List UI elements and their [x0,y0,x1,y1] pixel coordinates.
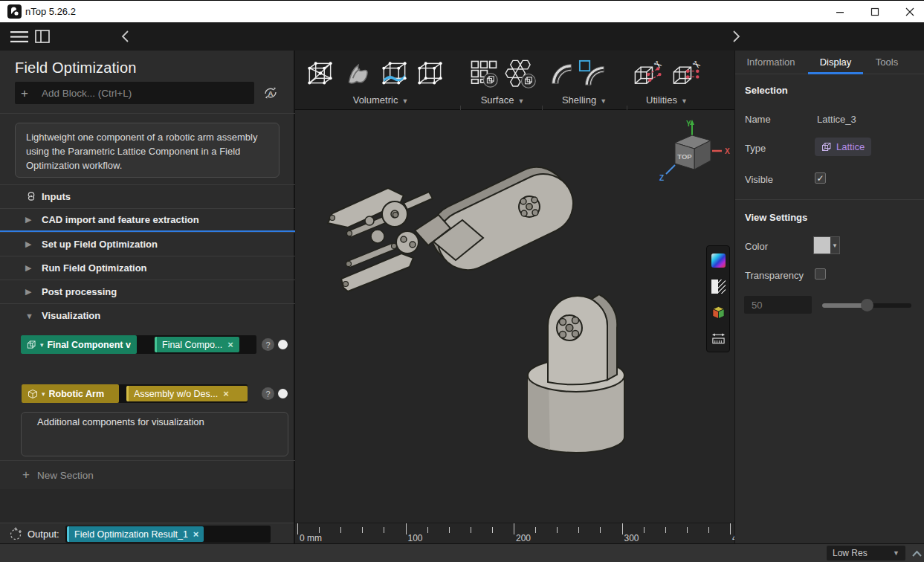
shelling-icon[interactable] [546,56,576,91]
output-result-chip[interactable]: Field Optimization Result_1 × [67,526,204,542]
remove-chip-icon[interactable]: × [223,388,229,399]
ruler-tick [449,527,450,533]
surface-grid-icon[interactable] [467,56,501,91]
type-value: Lattice [836,141,865,152]
robotic-arm-block[interactable]: ▾ Robotic Arm [22,384,119,403]
maximize-button[interactable] [862,1,888,22]
group-label: Utilities [646,94,677,106]
transparency-slider[interactable] [822,299,911,312]
inspector-panel: Information Display Tools Selection Name… [734,51,924,543]
minimize-button[interactable] [827,1,853,22]
axis-y-label: Y [686,120,691,128]
section-label: Run Field Optimization [42,262,147,274]
box-icon [28,389,38,399]
section-label: Post processing [42,286,117,297]
section-row-visualization[interactable]: ▼ Visualization [0,303,295,327]
orientation-cube-icon[interactable] [711,306,726,320]
3d-viewport[interactable]: Y X Z TOP [295,110,734,523]
ntop-app-window: nTop 5.26.2 Utilities Manufacturing Addi… [0,0,924,562]
section-plane-icon[interactable] [711,280,726,294]
help-circle-icon[interactable]: ? [262,338,274,351]
remove-chip-icon[interactable]: × [193,529,199,540]
chip-label: Field Optimization Result_1 [74,529,188,540]
chevron-right-icon: ▶ [25,239,34,249]
utilities-split-icon[interactable]: ✂ [670,56,704,91]
visible-checkbox[interactable] [815,172,826,184]
color-label: Color [745,241,768,252]
ruler-tick [406,523,407,534]
remove-chip-icon[interactable]: × [227,339,233,350]
surface-dropdown[interactable]: Surface▼ [481,94,525,106]
viewport-tool-strip [706,245,730,352]
resolution-dropdown[interactable]: Low Res ▼ [827,546,905,561]
type-badge[interactable]: Lattice [815,138,871,156]
hamburger-menu-icon[interactable] [10,31,28,45]
tab-information[interactable]: Information [746,56,795,68]
ruler-tick [687,527,688,533]
chevron-down-icon: ▼ [517,97,524,105]
group-label: Shelling [562,94,596,106]
nav-forward-icon[interactable] [732,30,740,45]
final-component-viz-block[interactable]: ▾ Final Component viz [21,335,137,354]
title-bar: nTop 5.26.2 [0,0,924,22]
chevron-down-icon: ▼ [401,97,408,105]
chip-label: Final Compo... [162,340,222,350]
main-nav-bar: Utilities Manufacturing Additive Manufac… [0,22,924,51]
view-settings-heading: View Settings [745,212,807,223]
volumetric-surface-cube-icon[interactable] [378,56,412,91]
ruler-tick [362,527,363,533]
color-swatch-picker[interactable]: ▼ [813,236,840,254]
tab-tools[interactable]: Tools [876,56,898,68]
volumetric-lattice-cell-icon[interactable] [303,56,337,91]
section-row-run-field-optimization[interactable]: ▶ Run Field Optimization [0,256,295,280]
new-section-button[interactable]: + New Section [0,464,295,486]
type-label: Type [745,143,766,154]
split-view-icon[interactable] [35,30,50,46]
visibility-toggle[interactable] [278,340,288,349]
auto-update-icon[interactable]: A [262,84,280,105]
colormap-icon[interactable] [711,253,726,268]
transparency-checkbox[interactable] [815,268,826,280]
assembly-chip[interactable]: Assembly w/o Des... × [126,386,248,401]
section-row-post-processing[interactable]: ▶ Post processing [0,280,295,303]
ruler-tick [622,523,623,534]
add-block-input[interactable] [15,82,254,104]
section-row-setup-field-optimization[interactable]: ▶ Set up Field Optimization [0,232,295,256]
name-label: Name [745,114,771,125]
status-bar: Low Res ▼ [0,543,924,562]
transparency-slider-handle[interactable] [861,299,873,311]
expand-panel-chevron-icon[interactable] [911,550,923,558]
selection-heading: Selection [745,85,788,96]
volumetric-dropdown[interactable]: Volumetric▼ [353,94,409,106]
shelling-selected-icon[interactable] [578,56,607,91]
close-button[interactable] [896,1,923,22]
section-row-inputs[interactable]: Inputs [0,184,295,208]
final-component-chip[interactable]: Final Compo... × [155,337,239,352]
utilities-dropdown[interactable]: Utilities▼ [646,94,688,106]
ruler-tick [427,527,428,533]
ruler: 0 mm1002003004 [295,523,734,543]
section-row-cad-import[interactable]: ▶ CAD import and feature extraction [0,208,295,232]
volumetric-lattice-cube-icon[interactable] [413,56,448,91]
surface-honeycomb-icon[interactable] [504,56,538,91]
resolution-label: Low Res [833,548,868,558]
output-point-map-icon [9,526,24,544]
chevron-right-icon: ▶ [25,263,34,273]
help-circle-icon[interactable]: ? [262,387,274,400]
chevron-right-icon: ▶ [25,287,34,297]
chevron-down-icon: ▼ [25,311,34,320]
measure-icon[interactable] [711,332,726,346]
tab-display[interactable]: Display [820,56,852,68]
visibility-toggle[interactable] [278,389,288,398]
volumetric-gyroid-icon[interactable] [340,56,375,91]
lattice-viz-icon [27,340,36,350]
shelling-dropdown[interactable]: Shelling▼ [562,94,607,106]
block-toolbar: Volumetric▼ Surface▼ Shelling▼ ✂ ✂ Utili… [295,51,734,110]
nav-back-icon[interactable] [121,30,129,45]
view-cube[interactable]: Y X Z TOP [656,117,731,186]
chevron-down-icon: ▼ [893,549,899,557]
section-label: CAD import and feature extraction [42,214,199,225]
utilities-trim-icon[interactable]: ✂ [631,56,665,91]
name-value[interactable]: Lattice_3 [817,114,856,125]
chevron-down-icon: ▾ [40,341,44,349]
